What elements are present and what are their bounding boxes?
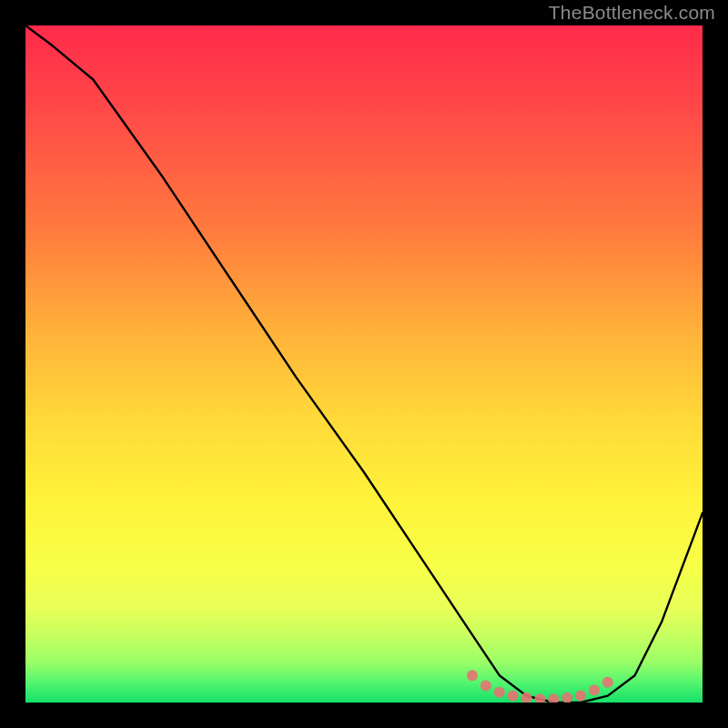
chart-svg <box>25 25 703 703</box>
marker-dot <box>467 670 478 681</box>
marker-dot <box>602 677 613 688</box>
marker-dot <box>575 691 586 702</box>
marker-dot <box>494 687 505 698</box>
chart-frame: TheBottleneck.com <box>0 0 728 728</box>
marker-dot <box>534 693 545 703</box>
marker-dot <box>548 693 559 703</box>
watermark-label: TheBottleneck.com <box>549 2 715 24</box>
bottleneck-curve-path <box>25 25 703 703</box>
marker-dot <box>589 685 600 696</box>
marker-dot <box>480 680 491 691</box>
optimal-band-markers <box>467 670 613 703</box>
marker-dot <box>508 691 519 702</box>
marker-dot <box>561 693 572 703</box>
